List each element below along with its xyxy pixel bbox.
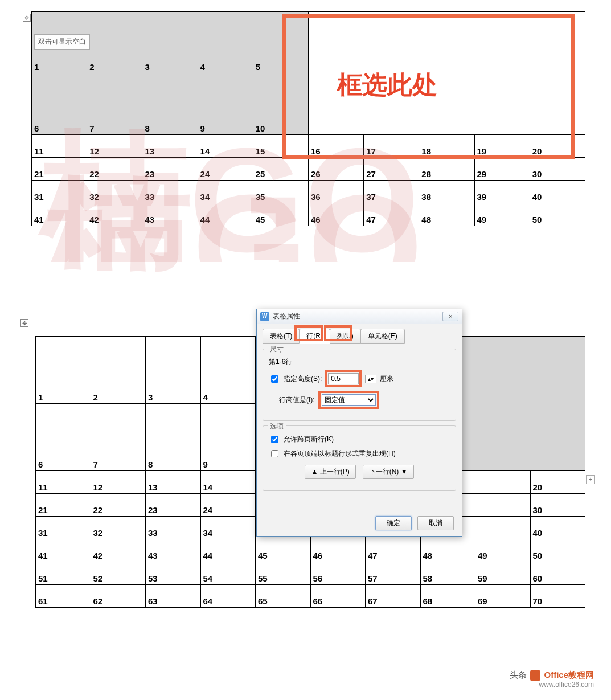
prev-row-button[interactable]: ▲ 上一行(P) [305, 465, 355, 479]
close-button[interactable]: ✕ [442, 312, 458, 321]
table-cell[interactable]: 9 [200, 404, 256, 471]
table-move-handle[interactable]: ✥ [20, 319, 28, 327]
table-cell[interactable]: 34 [198, 181, 253, 203]
table-cell[interactable]: 1 [36, 337, 91, 404]
table-cell[interactable]: 53 [146, 562, 201, 585]
table-cell[interactable]: 22 [87, 158, 142, 181]
table-cell[interactable]: 14 [198, 135, 253, 158]
table-cell[interactable]: 63 [146, 585, 201, 608]
table-cell[interactable]: 46 [310, 539, 366, 562]
table-cell[interactable]: 3 [142, 12, 198, 73]
table-cell[interactable]: 12 [87, 135, 142, 158]
table-cell[interactable]: 25 [253, 158, 308, 181]
table-cell[interactable]: 57 [366, 562, 421, 585]
table-cell[interactable]: 11 [36, 471, 91, 494]
table-cell[interactable]: 67 [366, 585, 421, 608]
table-cell[interactable]: 12 [91, 471, 146, 494]
table-cell[interactable]: 51 [36, 562, 91, 585]
table-cell[interactable]: 6 [36, 404, 91, 471]
table-cell[interactable]: 14 [200, 471, 256, 494]
table-cell[interactable]: 23 [142, 158, 198, 181]
table-cell[interactable]: 21 [32, 158, 87, 181]
table-cell[interactable]: 44 [200, 539, 256, 562]
table-properties-dialog[interactable]: 表格属性 ✕ 表格(T) 行(R) 列(U) 单元格(E) 尺寸 第1-6行 指… [256, 309, 462, 537]
cancel-button[interactable]: 取消 [417, 516, 454, 530]
table-cell[interactable] [475, 471, 531, 494]
table-cell[interactable]: 31 [32, 181, 87, 203]
table-cell[interactable]: 46 [308, 203, 363, 226]
table-cell[interactable]: 29 [474, 158, 530, 181]
table-cell[interactable]: 40 [530, 517, 585, 539]
table-cell[interactable]: 33 [142, 181, 198, 203]
table-cell[interactable]: 49 [475, 539, 531, 562]
table-cell[interactable]: 38 [419, 181, 474, 203]
table-cell[interactable]: 59 [475, 562, 531, 585]
table-cell[interactable]: 26 [308, 158, 363, 181]
table-cell[interactable]: 47 [366, 539, 421, 562]
table-cell[interactable]: 70 [530, 585, 585, 608]
table-cell[interactable]: 45 [256, 539, 311, 562]
table-cell[interactable]: 48 [419, 203, 474, 226]
table-cell[interactable]: 55 [256, 562, 311, 585]
table-cell[interactable]: 21 [36, 494, 91, 517]
table-cell[interactable]: 32 [91, 517, 146, 539]
table-cell[interactable]: 8 [142, 73, 198, 135]
table-cell[interactable]: 37 [364, 181, 419, 203]
table-cell[interactable]: 7 [87, 73, 142, 135]
table-cell[interactable]: 39 [474, 181, 530, 203]
table-cell[interactable]: 20 [530, 471, 585, 494]
table-cell[interactable]: 24 [198, 158, 253, 181]
table-cell[interactable]: 69 [475, 585, 531, 608]
table-cell[interactable]: 61 [36, 585, 91, 608]
table-cell[interactable]: 41 [36, 539, 91, 562]
table-cell[interactable]: 56 [310, 562, 366, 585]
table-cell[interactable]: 33 [146, 517, 201, 539]
table-cell[interactable]: 47 [364, 203, 419, 226]
table-cell[interactable]: 30 [530, 494, 585, 517]
dialog-titlebar[interactable]: 表格属性 ✕ [257, 309, 462, 324]
height-input[interactable] [328, 373, 359, 384]
ok-button[interactable]: 确定 [375, 516, 412, 530]
table-cell[interactable]: 8 [146, 404, 201, 471]
row-height-type-select[interactable]: 固定值 [322, 394, 376, 406]
table-cell[interactable]: 45 [253, 203, 308, 226]
table-cell[interactable]: 50 [530, 539, 585, 562]
table-cell[interactable]: 54 [200, 562, 256, 585]
table-cell[interactable]: 30 [530, 158, 585, 181]
table-cell[interactable]: 60 [530, 562, 585, 585]
table-cell[interactable]: 44 [198, 203, 253, 226]
table-cell[interactable]: 9 [198, 73, 253, 135]
table-cell[interactable]: 48 [420, 539, 475, 562]
table-cell[interactable]: 50 [530, 203, 585, 226]
table-cell[interactable]: 13 [146, 471, 201, 494]
table-cell[interactable]: 43 [142, 203, 198, 226]
specify-height-checkbox[interactable] [271, 375, 278, 383]
table-cell[interactable]: 68 [420, 585, 475, 608]
table-cell[interactable]: 31 [36, 517, 91, 539]
table-cell[interactable]: 36 [308, 181, 363, 203]
table-cell[interactable] [475, 494, 531, 517]
table-cell[interactable]: 2 [87, 12, 142, 73]
table-cell[interactable]: 62 [91, 585, 146, 608]
height-spinner-icon[interactable]: ▴▾ [365, 375, 376, 383]
table-cell[interactable]: 42 [87, 203, 142, 226]
table-cell[interactable] [475, 517, 531, 539]
table-cell[interactable]: 4 [200, 337, 256, 404]
table-cell[interactable]: 32 [87, 181, 142, 203]
table-cell[interactable]: 52 [91, 562, 146, 585]
table-cell[interactable]: 4 [198, 12, 253, 73]
table-cell[interactable]: 2 [91, 337, 146, 404]
table-cell[interactable]: 41 [32, 203, 87, 226]
table-cell[interactable]: 40 [530, 181, 585, 203]
table-cell[interactable]: 49 [474, 203, 530, 226]
table-cell[interactable]: 35 [253, 181, 308, 203]
table-cell[interactable]: 64 [200, 585, 256, 608]
table-cell[interactable]: 6 [32, 73, 87, 135]
table-add-col-handle[interactable]: + [586, 475, 595, 484]
table-cell[interactable]: 65 [256, 585, 311, 608]
table-cell[interactable]: 22 [91, 494, 146, 517]
table-cell[interactable]: 34 [200, 517, 256, 539]
tab-cell[interactable]: 单元格(E) [360, 329, 405, 344]
table-cell[interactable]: 23 [146, 494, 201, 517]
table-cell[interactable]: 66 [310, 585, 366, 608]
